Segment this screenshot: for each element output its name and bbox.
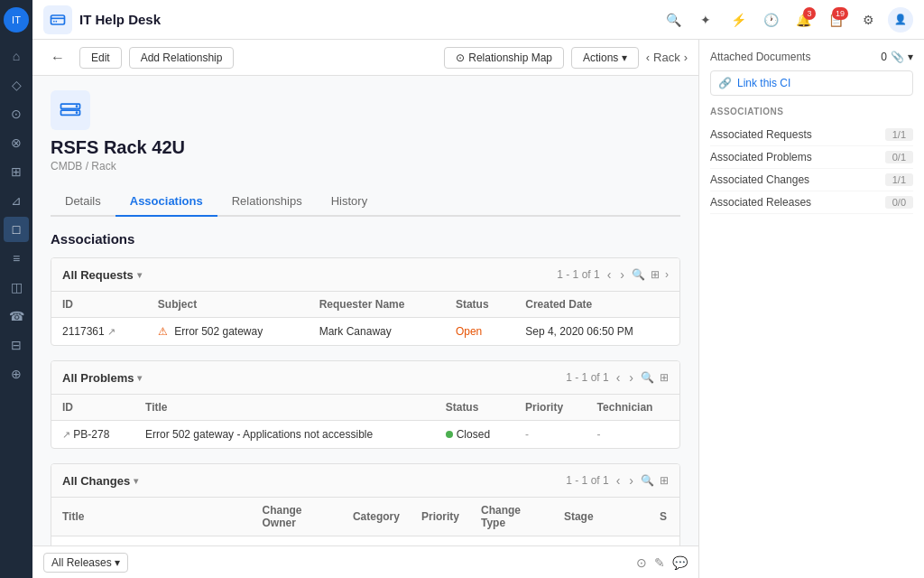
request-subject: ⚠ Error 502 gateway	[147, 318, 309, 346]
problems-search-icon[interactable]: 🔍	[641, 371, 654, 384]
actions-button[interactable]: Actions ▾	[571, 47, 639, 69]
svg-rect-0	[51, 15, 65, 24]
back-button[interactable]: ←	[43, 46, 72, 70]
user-avatar[interactable]: 👤	[888, 7, 913, 33]
change-stage: Implementation	[553, 536, 649, 546]
requests-search-icon[interactable]: 🔍	[632, 268, 645, 281]
table-row: ↗ Migrating on-premise services to the c…	[51, 536, 679, 546]
problems-table-title: All Problems ▾	[62, 371, 566, 385]
nav-changes[interactable]: ⊞	[4, 159, 29, 184]
problems-prev-btn[interactable]: ‹	[614, 368, 623, 387]
associations-heading: ASSOCIATIONS	[710, 107, 913, 117]
requests-table-header: All Requests ▾ 1 - 1 of 1 ‹ › 🔍 ⊞ ›	[51, 258, 679, 292]
problems-chevron[interactable]: ▾	[137, 373, 142, 383]
warning-icon: ⚠	[158, 325, 168, 338]
all-releases-button[interactable]: All Releases ▾	[43, 553, 128, 573]
problems-pagination: 1 - 1 of 1 ‹ › 🔍 ⊞	[566, 368, 669, 387]
attached-chevron[interactable]: ▾	[908, 51, 913, 63]
bottom-icons: ⊙ ✎ 💬	[636, 555, 688, 570]
svg-point-2	[56, 20, 58, 22]
nav-requests[interactable]: ⊙	[4, 101, 29, 126]
star-icon[interactable]: ✦	[693, 7, 718, 33]
table-row: ↗ PB-278 Error 502 gateway - Application…	[51, 421, 679, 449]
lightning-icon[interactable]: ⚡	[725, 7, 751, 33]
svg-point-6	[76, 111, 79, 114]
nav-admin[interactable]: ⊕	[4, 361, 29, 387]
changes-chevron[interactable]: ▾	[134, 476, 138, 486]
requests-table: ID Subject Requester Name Status Created…	[51, 292, 679, 345]
page-header: RSFS Rack 42U CMDB / Rack	[51, 90, 680, 172]
relationship-map-button[interactable]: ⊙ Relationship Map	[444, 47, 564, 69]
requests-next-btn[interactable]: ›	[618, 266, 626, 284]
table-row: 2117361 ↗ ⚠ Error 502 gateway Mark Canaw…	[51, 318, 679, 346]
tab-history[interactable]: History	[317, 187, 382, 217]
requests-prev-btn[interactable]: ‹	[605, 266, 614, 284]
changes-next-btn[interactable]: ›	[627, 471, 635, 489]
clock-icon[interactable]: 🕐	[758, 7, 783, 33]
bottom-icon-1[interactable]: ⊙	[636, 555, 647, 570]
requests-table-section: All Requests ▾ 1 - 1 of 1 ‹ › 🔍 ⊞ ›	[51, 257, 680, 346]
requests-pagination: 1 - 1 of 1 ‹ › 🔍 ⊞ ›	[557, 266, 669, 284]
problems-next-btn[interactable]: ›	[627, 368, 635, 387]
bottom-icon-3[interactable]: 💬	[672, 555, 688, 570]
nav-assets[interactable]: ◫	[4, 275, 29, 300]
requests-scroll-right: ›	[665, 268, 669, 281]
assoc-item-releases: Associated Releases 0/0	[710, 191, 913, 214]
nav-contracts[interactable]: ⊟	[4, 332, 29, 358]
changes-search-icon[interactable]: 🔍	[641, 474, 654, 487]
problem-priority: -	[514, 421, 587, 449]
col-technician: Technician	[587, 395, 679, 421]
nav-problems[interactable]: ⊗	[4, 130, 29, 155]
add-relationship-button[interactable]: Add Relationship	[129, 47, 235, 69]
app-logo: IT	[4, 7, 29, 33]
problems-grid-icon[interactable]: ⊞	[660, 371, 669, 384]
right-panel: Attached Documents 0 📎 ▾ 🔗 Link this CI …	[698, 40, 924, 578]
change-priority: -	[411, 536, 470, 546]
tab-relationships[interactable]: Relationships	[217, 187, 317, 217]
request-id: 2117361 ↗	[51, 318, 147, 346]
edit-button[interactable]: Edit	[79, 47, 122, 69]
requests-grid-icon[interactable]: ⊞	[651, 268, 660, 281]
search-icon[interactable]: 🔍	[661, 7, 686, 33]
nav-home[interactable]: ⌂	[4, 43, 29, 69]
col-change-type: Change Type	[470, 498, 553, 536]
top-bar: IT Help Desk 🔍 ✦ ⚡ 🕐 🔔 3 📋 19 ⚙ 👤	[32, 0, 924, 40]
nav-reports[interactable]: ≡	[4, 246, 29, 271]
col-subject: Subject	[147, 292, 309, 318]
page-content: RSFS Rack 42U CMDB / Rack Details Associ…	[32, 76, 698, 545]
link-ci-button[interactable]: 🔗 Link this CI	[710, 70, 913, 96]
ext-link-icon[interactable]: ↗	[62, 429, 70, 440]
changes-table-header: All Changes ▾ 1 - 1 of 1 ‹ › 🔍 ⊞	[51, 464, 679, 498]
changes-prev-btn[interactable]: ‹	[614, 471, 623, 489]
col-priority: Priority	[411, 498, 470, 536]
nav-releases[interactable]: ⊿	[4, 188, 29, 213]
tab-associations[interactable]: Associations	[116, 187, 217, 217]
col-priority: Priority	[514, 395, 587, 421]
col-requester: Requester Name	[309, 292, 445, 318]
notifications-icon[interactable]: 📋 19	[823, 7, 848, 33]
change-type: -	[470, 536, 553, 546]
associations-section-title: Associations	[51, 231, 680, 247]
problem-id: ↗ PB-278	[51, 421, 134, 449]
attached-docs-label: Attached Documents	[710, 51, 810, 63]
ext-link-icon[interactable]: ↗	[107, 326, 116, 337]
bottom-icon-2[interactable]: ✎	[654, 555, 665, 570]
changes-grid-icon[interactable]: ⊞	[660, 474, 669, 487]
tab-details[interactable]: Details	[51, 187, 116, 217]
nav-cmdb[interactable]: □	[4, 217, 29, 242]
svg-point-5	[76, 105, 79, 107]
settings-icon[interactable]: ⚙	[855, 7, 881, 33]
change-category: Network	[342, 536, 411, 546]
app-icon	[43, 5, 72, 34]
nav-support[interactable]: ☎	[4, 303, 29, 329]
changes-table: Title Change Owner Category Priority Cha…	[51, 498, 679, 545]
col-stage: Stage	[553, 498, 649, 536]
col-title: Title	[51, 498, 252, 536]
col-s: S	[649, 498, 679, 536]
top-bar-icons: 🔍 ✦ ⚡ 🕐 🔔 3 📋 19 ⚙ 👤	[661, 7, 913, 33]
col-change-owner: Change Owner	[252, 498, 342, 536]
bell-icon[interactable]: 🔔 3	[790, 7, 816, 33]
requests-chevron[interactable]: ▾	[137, 270, 142, 280]
bottom-bar: All Releases ▾ ⊙ ✎ 💬	[32, 545, 698, 578]
nav-favorites[interactable]: ◇	[4, 72, 29, 98]
